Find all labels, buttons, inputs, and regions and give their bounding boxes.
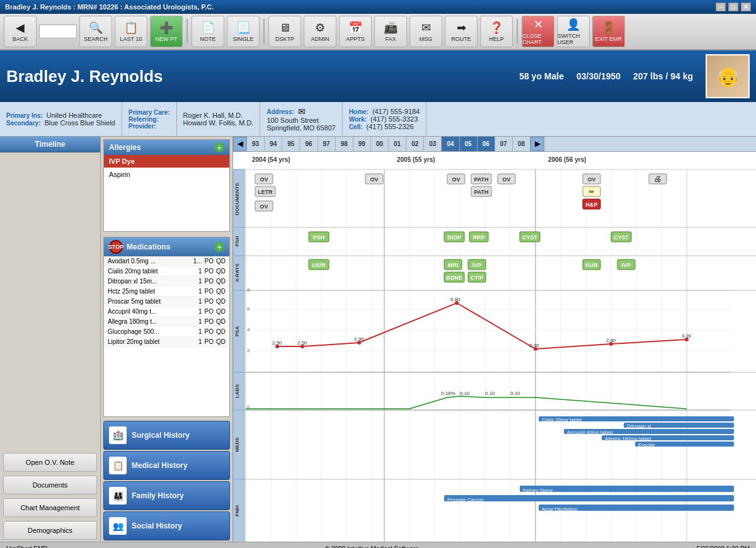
svg-text:🖨: 🖨	[654, 174, 662, 183]
timeline-year-08[interactable]: 08	[513, 137, 530, 151]
timeline-year-02[interactable]: 02	[406, 137, 424, 151]
svg-text:KUB: KUB	[585, 262, 598, 268]
surgical-history-icon: 🏥	[109, 426, 127, 444]
svg-text:CT/P: CT/P	[471, 275, 484, 281]
exitemr-button[interactable]: 🚪 EXIT EMR	[592, 16, 625, 47]
timeline-year-96[interactable]: 96	[300, 137, 318, 151]
allergies-section: Allergies + IVP Dye Aspirin	[103, 139, 230, 232]
timeline-year-98[interactable]: 98	[336, 137, 353, 151]
surgical-history-button[interactable]: 🏥 Surgical History	[103, 421, 230, 450]
svg-text:OV: OV	[370, 176, 378, 183]
cell-label: Cell:	[349, 123, 363, 130]
newpt-button[interactable]: ➕ NEW PT	[150, 16, 183, 47]
med-name: Hctz 25mg tablet	[108, 288, 196, 295]
search-button[interactable]: 🔍 SEARCH	[79, 16, 112, 47]
switchuser-label: SWITCH USER	[558, 33, 589, 45]
single-button[interactable]: 📃 SINGLE	[227, 16, 260, 47]
timeline-year-00[interactable]: 00	[371, 137, 389, 151]
timeline-year-04[interactable]: 04	[442, 137, 459, 151]
timeline-next-button[interactable]: ▶	[530, 137, 544, 151]
svg-text:2.80: 2.80	[606, 338, 616, 343]
switchuser-button[interactable]: 👤 SWITCH USER	[557, 16, 590, 47]
timeline-year-95[interactable]: 95	[282, 137, 300, 151]
last10-button[interactable]: 📋 LAST 10	[115, 16, 147, 47]
timeline-year-93[interactable]: 93	[247, 137, 265, 151]
timeline-year-07[interactable]: 07	[495, 137, 513, 151]
maximize-button[interactable]: □	[728, 3, 738, 11]
admin-label: ADMIN	[311, 36, 329, 42]
allergy-item-ivpdye: IVP Dye	[104, 155, 229, 168]
timeline-year-01[interactable]: 01	[389, 137, 406, 151]
medical-history-button[interactable]: 📋 Medical History	[103, 451, 230, 480]
appts-button[interactable]: 📅 APPTS	[339, 16, 372, 47]
switchuser-icon: 👤	[566, 18, 580, 31]
med-row: Avodart 0.5mg ... 1... PO QD	[104, 256, 229, 266]
med-row: Allegra 180mg t... 1 PO QD	[104, 317, 229, 327]
note-button[interactable]: 📄 NOTE	[192, 16, 224, 47]
msg-button[interactable]: ✉ MSG	[410, 16, 442, 47]
search-input[interactable]	[39, 25, 77, 38]
timeline-year-94[interactable]: 94	[265, 137, 282, 151]
medications-section: STOP Medications + Avodart 0.5mg ... 1..…	[103, 237, 230, 417]
svg-text:PSH: PSH	[234, 236, 240, 247]
svg-text:RRP: RRP	[472, 234, 484, 241]
referring-label: Referring:	[129, 116, 159, 123]
med-row: Proscar 5mg tablet 1 PO QD	[104, 297, 229, 307]
timeline-year-99[interactable]: 99	[353, 137, 371, 151]
address-label: Address:	[266, 108, 294, 115]
chart-management-button[interactable]: Chart Management	[3, 498, 97, 517]
dsktp-button[interactable]: 🖥 DSKTP	[268, 16, 301, 47]
primary-care-label: Primary Care:	[129, 109, 170, 116]
svg-text:DOCUMENTS: DOCUMENTS	[234, 183, 240, 215]
app-name: UroChart EMR	[6, 545, 48, 548]
med-route: PO	[205, 288, 214, 295]
med-row: Cialis 20mg tablet 1 PO QD	[104, 266, 229, 277]
med-row: Accupril 40mg t... 1 PO QD	[104, 307, 229, 317]
svg-text:LABS: LABS	[234, 384, 240, 397]
closechart-button[interactable]: ✕ CLOSE CHART	[522, 16, 554, 47]
allergies-header: Allergies +	[104, 140, 229, 155]
add-medication-button[interactable]: +	[214, 242, 224, 252]
med-row: Ditropan xl 15m... 1 PO QD	[104, 277, 229, 287]
med-qty: 1	[198, 338, 202, 345]
timeline-year-03[interactable]: 03	[424, 137, 442, 151]
svg-text:PSA: PSA	[234, 326, 240, 337]
admin-button[interactable]: ⚙ ADMIN	[304, 16, 336, 47]
svg-text:3.20: 3.20	[682, 333, 692, 339]
close-button[interactable]: ✕	[741, 3, 751, 11]
family-history-button[interactable]: 👨‍👩‍👧 Family History	[103, 481, 230, 510]
med-route: PO	[205, 268, 214, 275]
route-button[interactable]: ➡ ROUTE	[445, 16, 478, 47]
address-value: 100 South Street	[266, 117, 335, 124]
allergy-item-aspirin: Aspirin	[104, 168, 229, 181]
social-history-button[interactable]: 👥 Social History	[103, 511, 230, 540]
social-history-label: Social History	[132, 522, 182, 530]
open-ov-note-button[interactable]: Open O.V. Note	[3, 453, 97, 472]
minimize-button[interactable]: ─	[716, 3, 726, 11]
primary-ins-value: United Healthcare	[47, 111, 102, 119]
medical-history-icon: 📋	[109, 457, 127, 474]
demographics-button[interactable]: Demographics	[3, 521, 97, 540]
med-qty: 1	[198, 328, 202, 335]
med-freq: QD	[216, 288, 226, 295]
back-label: BACK	[13, 36, 28, 42]
help-button[interactable]: ❓ HELP	[480, 16, 513, 47]
back-button[interactable]: ◀ BACK	[4, 16, 37, 47]
med-qty: 1	[198, 308, 202, 315]
add-allergy-button[interactable]: +	[214, 142, 224, 152]
svg-text:Allegra 180mg tablet: Allegra 180mg tablet	[605, 436, 651, 442]
svg-text:Prostate Cancer: Prostate Cancer	[447, 497, 484, 503]
patient-weight: 207 lbs / 94 kg	[633, 71, 693, 81]
timeline-prev-button[interactable]: ◀	[233, 137, 247, 151]
main-content: Timeline Open O.V. Note Documents Chart …	[0, 137, 756, 542]
timeline-year-06[interactable]: 06	[478, 137, 495, 151]
timeline-year-97[interactable]: 97	[318, 137, 336, 151]
city-value: Springfield, MO 65807	[266, 124, 335, 132]
timeline-year-05[interactable]: 05	[460, 137, 478, 151]
svg-text:CYST: CYST	[614, 234, 629, 241]
med-qty: 1...	[193, 258, 202, 265]
fax-button[interactable]: 📠 FAX	[374, 16, 407, 47]
insurance-section: Primary Ins: United Healthcare Secondary…	[0, 102, 122, 136]
admin-icon: ⚙	[315, 21, 325, 35]
documents-button[interactable]: Documents	[3, 476, 97, 494]
